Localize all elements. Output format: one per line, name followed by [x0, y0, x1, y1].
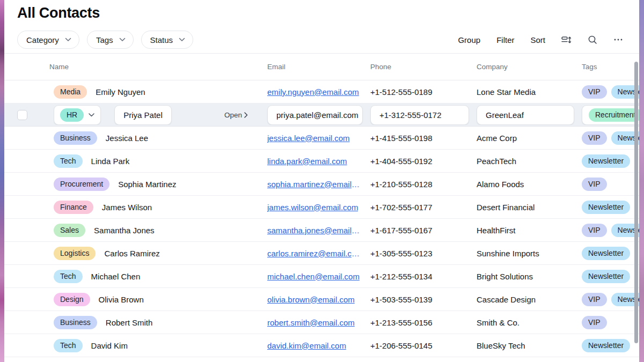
company-cell: Cascade Design — [472, 295, 577, 304]
table-row[interactable]: BusinessRobert Smithrobert.smith@email.c… — [4, 311, 639, 334]
phone-input[interactable]: +1-312-555-0172 — [370, 105, 469, 125]
company-cell: Smith & Co. — [472, 318, 577, 327]
name-cell: DesignOlivia Brown — [54, 293, 263, 306]
row-checkbox[interactable] — [17, 110, 27, 120]
tags-cell: Newsletter — [577, 247, 639, 260]
contact-phone: +1-213-555-0156 — [370, 318, 433, 327]
email-link[interactable]: samantha.jones@email.com — [267, 226, 362, 235]
table-row[interactable]: TechDavid Kimdavid.kim@email.com+1-206-5… — [4, 334, 639, 357]
phone-cell: +1-617-555-0167 — [366, 226, 472, 235]
name-cell: BusinessJessica Lee — [54, 131, 263, 145]
contact-company: Cascade Design — [477, 295, 536, 304]
email-link[interactable]: david.kim@email.com — [267, 341, 346, 350]
category-badge: Tech — [54, 339, 83, 352]
phone-cell: +1-312-555-0172 — [366, 105, 472, 125]
chevron-down-icon — [65, 38, 71, 42]
more-icon[interactable] — [613, 38, 623, 41]
phone-cell: +1-415-555-0198 — [366, 134, 472, 143]
email-link[interactable]: linda.park@email.com — [267, 157, 347, 166]
row-gutter — [4, 110, 54, 120]
company-cell: Acme Corp — [472, 134, 577, 143]
contact-company: Alamo Foods — [477, 180, 524, 189]
contact-name: Jessica Lee — [106, 134, 148, 143]
desktop-wallpaper-right — [639, 0, 644, 362]
search-icon[interactable] — [588, 35, 597, 45]
table-row[interactable]: ProcurementSophia Martinezsophia.martine… — [4, 173, 639, 196]
table-row[interactable]: SalesSamantha Jonessamantha.jones@email.… — [4, 219, 639, 242]
tags-cell: VIPNewsletter — [577, 224, 639, 237]
column-header-company[interactable]: Company — [472, 63, 577, 71]
status-filter-label: Status — [150, 35, 173, 45]
column-header-phone[interactable]: Phone — [366, 63, 472, 71]
email-link[interactable]: michael.chen@email.com — [267, 272, 360, 281]
table-row[interactable]: LogisticsCarlos Ramirezcarlos.ramirez@em… — [4, 242, 639, 265]
company-cell: Bright Solutions — [472, 272, 577, 281]
table-row[interactable]: DesignOlivia Brownolivia.brown@email.com… — [4, 288, 639, 311]
column-header-email[interactable]: Email — [263, 63, 366, 71]
category-badge: Business — [54, 316, 97, 329]
email-cell: linda.park@email.com — [263, 157, 366, 166]
table-header: Name Email Phone Company Tags — [4, 54, 639, 80]
chevron-down-icon — [89, 113, 94, 117]
page-title: All Contacts — [17, 5, 100, 21]
category-badge: Logistics — [54, 247, 96, 260]
tag-badge: Recruitment — [589, 108, 639, 122]
sort-button[interactable]: Sort — [530, 35, 545, 45]
tag-badge: Newsletter — [582, 247, 630, 260]
contact-company: Bright Solutions — [477, 272, 533, 281]
name-cell: HRPriya PatelOpen — [54, 105, 263, 125]
open-record-button[interactable]: Open — [224, 111, 248, 119]
status-filter-dropdown[interactable]: Status — [141, 31, 194, 49]
contact-company: PeachTech — [477, 157, 516, 166]
column-header-tags[interactable]: Tags — [577, 63, 639, 71]
tags-cell: Newsletter — [577, 154, 639, 168]
row-height-icon[interactable] — [561, 36, 572, 44]
category-filter-label: Category — [26, 35, 59, 45]
open-record-label: Open — [224, 111, 242, 119]
email-link[interactable]: jessica.lee@email.com — [267, 134, 350, 143]
email-cell: robert.smith@email.com — [263, 318, 366, 327]
chevron-right-icon — [244, 112, 248, 118]
category-filter-dropdown[interactable]: Category — [17, 31, 79, 49]
table-row-partial — [4, 357, 639, 362]
email-link[interactable]: olivia.brown@email.com — [267, 295, 355, 304]
contact-name: Carlos Ramirez — [104, 249, 159, 258]
name-cell: FinanceJames Wilson — [54, 201, 263, 214]
company-input[interactable]: GreenLeaf — [477, 105, 574, 125]
phone-cell: +1-213-555-0156 — [366, 318, 472, 327]
contact-company: Sunshine Imports — [477, 249, 539, 258]
email-link[interactable]: carlos.ramirez@email.com — [267, 249, 362, 258]
phone-cell: +1-503-555-0139 — [366, 295, 472, 304]
contact-name: Samantha Jones — [94, 226, 155, 235]
email-link[interactable]: robert.smith@email.com — [267, 318, 355, 327]
column-header-name[interactable]: Name — [49, 63, 263, 71]
table-row[interactable]: BusinessJessica Leejessica.lee@email.com… — [4, 127, 639, 150]
table-row[interactable]: TechMichael Chenmichael.chen@email.com+1… — [4, 265, 639, 288]
tags-input[interactable]: Recruitment — [582, 105, 639, 125]
tags-cell: Newsletter — [577, 270, 639, 283]
contact-company: Smith & Co. — [477, 318, 519, 327]
email-cell: carlos.ramirez@email.com — [263, 249, 366, 258]
tags-filter-dropdown[interactable]: Tags — [87, 31, 134, 49]
category-badge: Finance — [54, 201, 93, 214]
email-link[interactable]: emily.nguyen@email.com — [267, 87, 359, 97]
email-input[interactable]: priya.patel@email.com — [267, 105, 363, 125]
name-input[interactable]: Priya Patel — [114, 105, 172, 125]
group-button[interactable]: Group — [458, 35, 480, 45]
table-row[interactable]: TechLinda Parklinda.park@email.com+1-404… — [4, 150, 639, 173]
vertical-scrollbar[interactable] — [634, 62, 638, 343]
email-cell: david.kim@email.com — [263, 341, 366, 350]
email-cell: sophia.martinez@email.com — [263, 180, 366, 189]
filter-button[interactable]: Filter — [496, 35, 514, 45]
top-bar: All Contacts Category Tags Status — [4, 0, 639, 54]
tags-cell: VIPNewsletter — [577, 85, 639, 99]
table-row[interactable]: MediaEmily Nguyenemily.nguyen@email.com+… — [4, 80, 639, 104]
table-row[interactable]: FinanceJames Wilsonjames.wilson@email.co… — [4, 196, 639, 219]
category-badge: Tech — [54, 154, 83, 168]
category-dropdown[interactable]: HR — [54, 105, 101, 125]
tag-badge: VIP — [582, 85, 607, 99]
company-cell: Alamo Foods — [472, 180, 577, 189]
phone-cell: +1-512-555-0189 — [366, 87, 472, 97]
email-link[interactable]: james.wilson@email.com — [267, 203, 358, 212]
email-link[interactable]: sophia.martinez@email.com — [267, 180, 362, 189]
